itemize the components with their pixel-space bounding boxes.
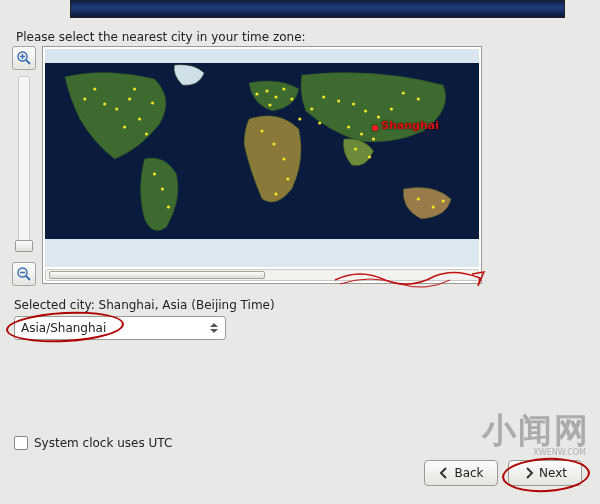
zoom-out-button[interactable] xyxy=(12,262,36,286)
svg-point-43 xyxy=(442,199,445,202)
timezone-combobox[interactable]: Asia/Shanghai xyxy=(14,316,226,340)
svg-point-52 xyxy=(417,97,420,100)
svg-point-14 xyxy=(145,132,148,135)
nav-buttons: Back Next xyxy=(424,460,582,486)
svg-point-11 xyxy=(115,107,118,110)
map-hscroll-thumb[interactable] xyxy=(49,271,265,279)
arrow-left-icon xyxy=(438,467,450,479)
svg-point-26 xyxy=(272,142,275,145)
svg-point-41 xyxy=(417,197,420,200)
watermark-subtext: XWENW.COM xyxy=(533,448,586,457)
back-button[interactable]: Back xyxy=(424,460,498,486)
svg-point-28 xyxy=(286,177,289,180)
svg-line-1 xyxy=(26,60,30,64)
svg-point-48 xyxy=(83,97,86,100)
svg-point-34 xyxy=(377,115,380,118)
svg-point-42 xyxy=(432,205,435,208)
utc-row: System clock uses UTC xyxy=(14,436,172,450)
svg-point-50 xyxy=(151,101,154,104)
zoom-column xyxy=(12,46,40,286)
watermark-text: 小闻网 xyxy=(482,408,590,454)
svg-point-30 xyxy=(322,95,325,98)
svg-point-27 xyxy=(282,157,285,160)
svg-point-33 xyxy=(364,109,367,112)
map-area: Shanghai xyxy=(12,46,486,288)
svg-point-35 xyxy=(390,107,393,110)
next-label: Next xyxy=(539,466,567,480)
svg-point-18 xyxy=(167,205,170,208)
svg-point-46 xyxy=(318,121,321,124)
svg-point-13 xyxy=(138,117,141,120)
utc-checkbox[interactable] xyxy=(14,436,28,450)
next-button[interactable]: Next xyxy=(508,460,582,486)
svg-point-12 xyxy=(128,97,131,100)
svg-point-36 xyxy=(347,125,350,128)
svg-point-32 xyxy=(352,102,355,105)
svg-rect-8 xyxy=(45,49,479,63)
svg-point-24 xyxy=(268,103,271,106)
svg-point-45 xyxy=(298,117,301,120)
svg-point-20 xyxy=(265,89,268,92)
timezone-value: Asia/Shanghai xyxy=(21,321,106,335)
selected-city-value: Shanghai, Asia (Beijing Time) xyxy=(99,298,275,312)
svg-point-47 xyxy=(93,87,96,90)
timezone-prompt: Please select the nearest city in your t… xyxy=(16,30,306,44)
svg-point-37 xyxy=(360,132,363,135)
selected-city-pin xyxy=(372,125,378,131)
svg-point-29 xyxy=(274,192,277,195)
svg-point-38 xyxy=(372,137,375,140)
svg-point-25 xyxy=(260,129,263,132)
svg-point-23 xyxy=(290,97,293,100)
svg-point-44 xyxy=(310,107,313,110)
zoom-slider-thumb[interactable] xyxy=(15,240,33,252)
world-map-frame: Shanghai xyxy=(42,46,482,284)
svg-point-49 xyxy=(133,87,136,90)
svg-point-31 xyxy=(337,99,340,102)
svg-point-16 xyxy=(153,172,156,175)
zoom-in-button[interactable] xyxy=(12,46,36,70)
svg-line-5 xyxy=(26,276,30,280)
header-banner xyxy=(70,0,565,18)
selected-city-line: Selected city: Shanghai, Asia (Beijing T… xyxy=(14,298,275,312)
zoom-out-icon xyxy=(16,266,32,282)
svg-rect-9 xyxy=(45,239,479,267)
selected-city-prefix: Selected city: xyxy=(14,298,99,312)
svg-point-39 xyxy=(354,147,357,150)
svg-point-10 xyxy=(103,102,106,105)
utc-label: System clock uses UTC xyxy=(34,436,172,450)
zoom-in-icon xyxy=(16,50,32,66)
back-label: Back xyxy=(454,466,483,480)
world-map[interactable]: Shanghai xyxy=(45,49,479,267)
svg-point-22 xyxy=(282,87,285,90)
svg-point-21 xyxy=(274,95,277,98)
svg-point-19 xyxy=(255,92,258,95)
svg-point-40 xyxy=(368,155,371,158)
svg-point-17 xyxy=(161,187,164,190)
combobox-spinner-icon xyxy=(205,319,223,337)
world-map-svg xyxy=(45,49,479,267)
arrow-right-icon xyxy=(523,467,535,479)
svg-point-15 xyxy=(123,125,126,128)
svg-point-51 xyxy=(402,91,405,94)
map-hscrollbar[interactable] xyxy=(45,269,479,281)
zoom-slider-track[interactable] xyxy=(18,76,30,250)
